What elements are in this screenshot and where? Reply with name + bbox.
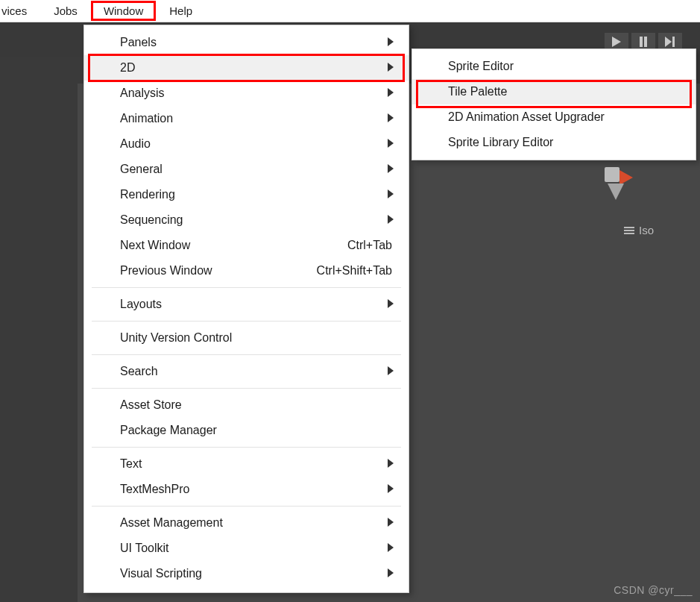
menu-item-unity-version-control[interactable]: Unity Version Control	[84, 325, 409, 351]
step-icon	[665, 37, 675, 47]
chevron-right-icon	[388, 567, 394, 580]
menu-separator	[92, 321, 401, 322]
menu-item-label: TextMeshPro	[120, 483, 189, 496]
menubar-item-jobs[interactable]: Jobs	[40, 0, 91, 22]
menu-item-label: Sequencing	[120, 213, 183, 227]
submenu-item-sprite-library-editor[interactable]: Sprite Library Editor	[412, 130, 696, 155]
menu-separator	[92, 354, 401, 355]
menu-item-package-manager[interactable]: Package Manager	[84, 418, 409, 443]
menu-item-label: Asset Management	[120, 516, 223, 530]
hamburger-icon	[624, 227, 634, 234]
watermark-text: CSDN @cyr___	[614, 584, 693, 596]
svg-rect-1	[640, 37, 643, 47]
menu-item-2d[interactable]: 2D	[84, 55, 409, 81]
menu-item-label: General	[120, 163, 163, 176]
menu-item-text[interactable]: Text	[84, 451, 409, 477]
menu-item-label: Search	[120, 365, 158, 378]
menu-item-next-window[interactable]: Next Window Ctrl+Tab	[84, 233, 409, 258]
svg-marker-14	[388, 366, 394, 375]
menu-item-label: Tile Palette	[448, 85, 507, 98]
window-menu-dropdown: Panels 2D Analysis Animation Audio Gener…	[83, 25, 409, 593]
chevron-right-icon	[388, 213, 394, 227]
gizmo-axis-x-icon	[619, 170, 633, 185]
menu-item-label: 2D Animation Asset Upgrader	[448, 110, 605, 124]
scene-projection-label[interactable]: Iso	[624, 224, 654, 236]
svg-marker-0	[612, 37, 621, 47]
menu-item-label: UI Toolkit	[120, 542, 169, 555]
menu-separator	[92, 388, 401, 389]
menu-item-general[interactable]: General	[84, 157, 409, 182]
menubar-item-window[interactable]: Window	[91, 1, 156, 21]
menu-item-label: Panels	[120, 36, 157, 49]
menu-item-audio[interactable]: Audio	[84, 131, 409, 157]
chevron-right-icon	[388, 163, 394, 176]
menu-item-label: Previous Window	[120, 264, 212, 278]
menu-item-asset-store[interactable]: Asset Store	[84, 392, 409, 418]
chevron-right-icon	[388, 87, 394, 100]
svg-marker-16	[388, 484, 394, 493]
svg-marker-12	[388, 215, 394, 224]
svg-rect-2	[644, 37, 647, 47]
menu-item-analysis[interactable]: Analysis	[84, 81, 409, 106]
menu-item-rendering[interactable]: Rendering	[84, 182, 409, 207]
menu-item-visual-scripting[interactable]: Visual Scripting	[84, 561, 409, 586]
chevron-right-icon	[388, 298, 394, 311]
svg-marker-10	[388, 164, 394, 173]
submenu-2d-dropdown: Sprite Editor Tile Palette 2D Animation …	[412, 48, 696, 160]
chevron-right-icon	[388, 516, 394, 530]
menu-item-label: Visual Scripting	[120, 567, 202, 580]
menu-item-search[interactable]: Search	[84, 359, 409, 384]
menubar-item-help[interactable]: Help	[156, 0, 206, 22]
menu-shortcut: Ctrl+Shift+Tab	[317, 264, 392, 278]
menu-item-sequencing[interactable]: Sequencing	[84, 207, 409, 233]
pause-icon	[639, 37, 648, 47]
menu-item-label: Asset Store	[120, 398, 182, 412]
menu-item-label: Next Window	[120, 239, 190, 252]
menu-item-label: Sprite Library Editor	[448, 136, 553, 149]
chevron-right-icon	[388, 365, 394, 378]
menu-item-textmeshpro[interactable]: TextMeshPro	[84, 477, 409, 502]
left-panel-strip	[0, 79, 78, 602]
iso-text: Iso	[639, 224, 654, 236]
menu-separator	[92, 447, 401, 448]
svg-marker-7	[388, 88, 394, 97]
svg-marker-9	[388, 139, 394, 148]
menu-separator	[92, 506, 401, 507]
menu-separator	[92, 287, 401, 288]
chevron-right-icon	[388, 483, 394, 496]
menu-item-panels[interactable]: Panels	[84, 30, 409, 55]
menu-item-ui-toolkit[interactable]: UI Toolkit	[84, 536, 409, 561]
chevron-right-icon	[388, 457, 394, 471]
scene-orientation-gizmo[interactable]	[579, 163, 646, 230]
menu-item-label: Text	[120, 457, 142, 471]
chevron-right-icon	[388, 542, 394, 555]
chevron-right-icon	[388, 112, 394, 125]
svg-marker-8	[388, 113, 394, 122]
submenu-item-sprite-editor[interactable]: Sprite Editor	[412, 54, 696, 79]
submenu-item-2d-animation-asset-upgrader[interactable]: 2D Animation Asset Upgrader	[412, 104, 696, 130]
menu-item-label: Animation	[120, 112, 173, 125]
menu-item-label: Package Manager	[120, 424, 217, 437]
chevron-right-icon	[388, 36, 394, 49]
menu-item-label: Sprite Editor	[448, 60, 514, 73]
submenu-item-tile-palette[interactable]: Tile Palette	[412, 79, 696, 104]
chevron-right-icon	[388, 137, 394, 151]
chevron-right-icon	[388, 61, 394, 75]
menu-item-label: Analysis	[120, 87, 165, 100]
main-menubar: vices Jobs Window Help	[0, 0, 700, 22]
menu-item-layouts[interactable]: Layouts	[84, 292, 409, 317]
svg-marker-17	[388, 518, 394, 527]
svg-marker-3	[665, 37, 672, 47]
svg-marker-11	[388, 189, 394, 198]
menubar-item-services-partial[interactable]: vices	[0, 0, 40, 22]
menu-item-previous-window[interactable]: Previous Window Ctrl+Shift+Tab	[84, 258, 409, 283]
svg-marker-5	[388, 37, 394, 46]
menu-item-asset-management[interactable]: Asset Management	[84, 510, 409, 536]
menu-item-label: Unity Version Control	[120, 331, 232, 345]
svg-rect-4	[672, 37, 675, 47]
gizmo-center-cube	[605, 167, 619, 182]
svg-marker-18	[388, 543, 394, 552]
menu-item-animation[interactable]: Animation	[84, 106, 409, 131]
menu-item-label: Layouts	[120, 298, 162, 311]
menu-item-label: Audio	[120, 137, 151, 151]
